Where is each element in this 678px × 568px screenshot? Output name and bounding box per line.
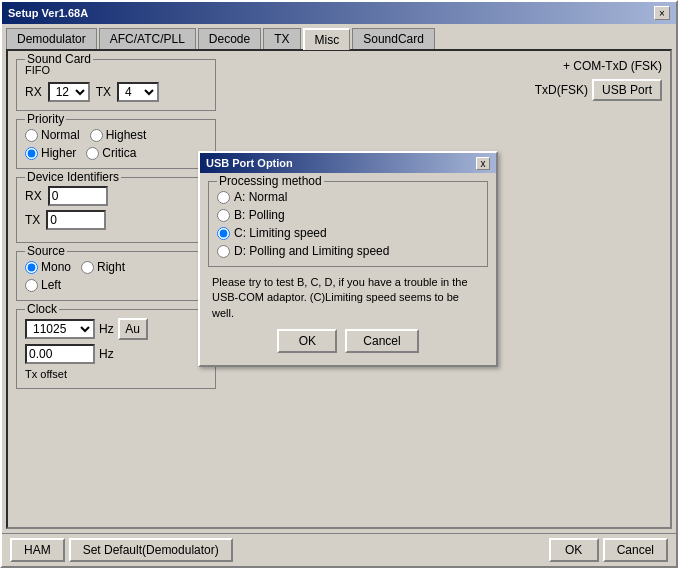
option-a-label: A: Normal (234, 190, 287, 204)
bottom-left: HAM Set Default(Demodulator) (10, 538, 233, 562)
option-c-radio[interactable]: C: Limiting speed (217, 226, 479, 240)
option-c-label: C: Limiting speed (234, 226, 327, 240)
option-a-radio[interactable]: A: Normal (217, 190, 479, 204)
ok-button[interactable]: OK (549, 538, 599, 562)
bottom-bar: HAM Set Default(Demodulator) OK Cancel (2, 533, 676, 566)
ham-button[interactable]: HAM (10, 538, 65, 562)
option-d-radio[interactable]: D: Polling and Limiting speed (217, 244, 479, 258)
option-b-label: B: Polling (234, 208, 285, 222)
option-d-label: D: Polling and Limiting speed (234, 244, 389, 258)
dialog-overlay: USB Port Option x Processing method A: N… (8, 51, 670, 527)
dialog-title: USB Port Option (206, 157, 293, 169)
dialog-title-bar: USB Port Option x (200, 153, 496, 173)
processing-group-label: Processing method (217, 174, 324, 188)
cancel-button[interactable]: Cancel (603, 538, 668, 562)
dialog-message: Please try to test B, C, D, if you have … (208, 275, 488, 321)
content-area: Sound Card FIFO RX 12 8 16 24 TX (6, 49, 672, 529)
dialog-cancel-button[interactable]: Cancel (345, 329, 418, 353)
window-title: Setup Ver1.68A (8, 7, 88, 19)
dialog-content: Processing method A: Normal B: Polling C… (200, 173, 496, 365)
dialog-close-button[interactable]: x (476, 157, 490, 170)
main-window: Setup Ver1.68A × Demodulator AFC/ATC/PLL… (0, 0, 678, 568)
bottom-right: OK Cancel (549, 538, 668, 562)
tab-tx[interactable]: TX (263, 28, 300, 49)
tab-decode[interactable]: Decode (198, 28, 261, 49)
tab-misc[interactable]: Misc (303, 28, 351, 50)
window-close-button[interactable]: × (654, 6, 670, 20)
tab-demodulator[interactable]: Demodulator (6, 28, 97, 49)
usb-port-dialog: USB Port Option x Processing method A: N… (198, 151, 498, 367)
set-default-button[interactable]: Set Default(Demodulator) (69, 538, 233, 562)
tab-afc-atc-pll[interactable]: AFC/ATC/PLL (99, 28, 196, 49)
processing-method-group: Processing method A: Normal B: Polling C… (208, 181, 488, 267)
dialog-ok-button[interactable]: OK (277, 329, 337, 353)
dialog-buttons: OK Cancel (208, 329, 488, 357)
title-bar: Setup Ver1.68A × (2, 2, 676, 24)
tab-soundcard[interactable]: SoundCard (352, 28, 435, 49)
tabs-row: Demodulator AFC/ATC/PLL Decode TX Misc S… (2, 24, 676, 49)
option-b-radio[interactable]: B: Polling (217, 208, 479, 222)
